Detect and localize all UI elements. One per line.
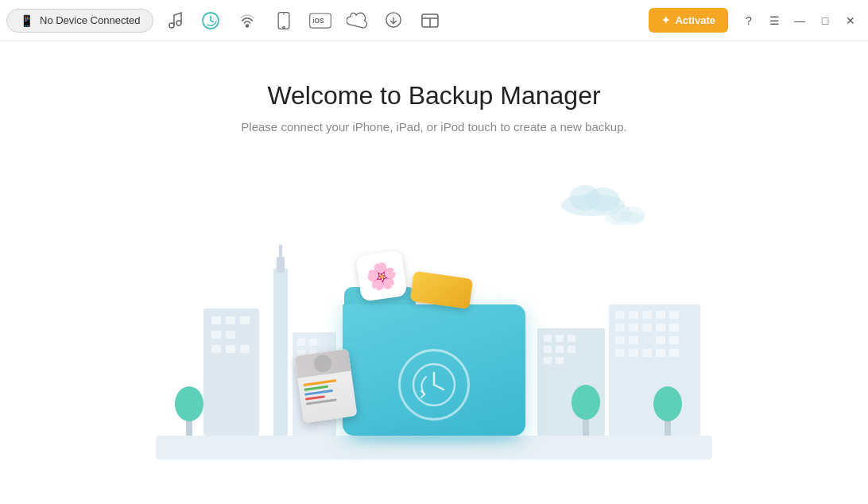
svg-point-3	[246, 25, 249, 27]
svg-rect-65	[669, 336, 679, 344]
svg-point-72	[572, 385, 600, 420]
svg-rect-69	[656, 349, 665, 357]
nav-icons: iOS	[157, 3, 645, 38]
window-controls: ? ☰ — □ ✕	[738, 10, 862, 32]
ios-nav-btn[interactable]: iOS	[303, 3, 338, 38]
svg-rect-70	[669, 349, 679, 357]
help-icon: ?	[746, 14, 752, 27]
svg-rect-24	[240, 316, 250, 324]
backup-nav-btn[interactable]	[193, 3, 228, 38]
svg-rect-43	[544, 335, 552, 342]
main-content: Welcome to Backup Manager Please connect…	[0, 41, 868, 504]
svg-rect-25	[211, 331, 221, 339]
svg-rect-67	[629, 349, 638, 357]
device-status-label: No Device Connected	[40, 14, 140, 26]
menu-icon: ☰	[769, 14, 780, 27]
svg-rect-44	[556, 335, 564, 342]
svg-rect-48	[568, 346, 575, 353]
welcome-title: Welcome to Backup Manager	[267, 81, 600, 110]
svg-point-0	[169, 23, 174, 28]
phone-small-icon: 📱	[20, 14, 33, 27]
svg-rect-47	[556, 346, 564, 353]
svg-point-74	[653, 386, 682, 421]
device-icon-illustration	[410, 271, 474, 309]
svg-point-39	[175, 386, 203, 421]
svg-rect-63	[629, 336, 638, 344]
svg-rect-29	[240, 345, 250, 353]
svg-rect-42	[537, 328, 605, 436]
svg-rect-30	[273, 269, 288, 436]
svg-text:iOS: iOS	[313, 17, 325, 25]
svg-rect-50	[556, 357, 564, 364]
minimize-button[interactable]: —	[789, 10, 811, 32]
device-button[interactable]: 📱 No Device Connected	[6, 9, 153, 33]
svg-rect-60	[656, 324, 665, 331]
svg-point-1	[176, 21, 181, 25]
svg-rect-35	[309, 339, 317, 346]
svg-rect-23	[226, 316, 235, 324]
themes-nav-btn[interactable]	[413, 3, 448, 38]
svg-rect-26	[226, 331, 235, 339]
illustration: 🌸	[156, 165, 712, 459]
svg-rect-59	[642, 324, 652, 331]
svg-rect-22	[211, 316, 221, 324]
menu-button[interactable]: ☰	[763, 10, 785, 32]
download-nav-btn[interactable]	[376, 3, 411, 38]
svg-rect-62	[615, 336, 625, 344]
svg-rect-61	[669, 324, 679, 331]
svg-rect-68	[642, 349, 652, 357]
svg-rect-64	[656, 336, 665, 344]
close-icon: ✕	[846, 14, 855, 27]
svg-rect-49	[544, 357, 552, 364]
svg-rect-53	[629, 311, 638, 319]
titlebar: 📱 No Device Connected	[0, 0, 868, 41]
device-nav-btn[interactable]	[266, 3, 301, 38]
svg-rect-56	[669, 311, 679, 319]
activate-icon: ✦	[661, 14, 670, 26]
minimize-icon: —	[794, 14, 805, 27]
svg-rect-57	[615, 324, 625, 331]
help-button[interactable]: ?	[738, 10, 760, 32]
maximize-icon: □	[822, 14, 828, 27]
welcome-subtitle: Please connect your iPhone, iPad, or iPo…	[241, 120, 626, 134]
music-nav-btn[interactable]	[157, 3, 192, 38]
svg-rect-46	[544, 346, 552, 353]
wifi-nav-btn[interactable]	[230, 3, 265, 38]
photos-icon: 🌸	[355, 250, 408, 302]
svg-rect-34	[297, 339, 305, 346]
close-button[interactable]: ✕	[839, 10, 862, 32]
maximize-button[interactable]: □	[814, 10, 836, 32]
activate-button[interactable]: ✦ Activate	[649, 8, 728, 33]
contacts-icon-illustration	[294, 349, 357, 424]
cloud-nav-btn[interactable]	[339, 3, 374, 38]
svg-rect-55	[656, 311, 665, 319]
svg-rect-32	[279, 245, 282, 261]
svg-rect-45	[568, 335, 575, 342]
svg-point-6	[283, 26, 285, 29]
svg-rect-66	[615, 349, 625, 357]
svg-rect-21	[203, 308, 259, 436]
svg-rect-54	[642, 311, 652, 319]
svg-rect-27	[211, 345, 221, 353]
svg-rect-28	[226, 345, 235, 353]
svg-rect-52	[615, 311, 625, 319]
svg-rect-58	[629, 324, 638, 331]
folder-illustration: 🌸	[343, 287, 525, 436]
activate-label: Activate	[675, 14, 715, 26]
